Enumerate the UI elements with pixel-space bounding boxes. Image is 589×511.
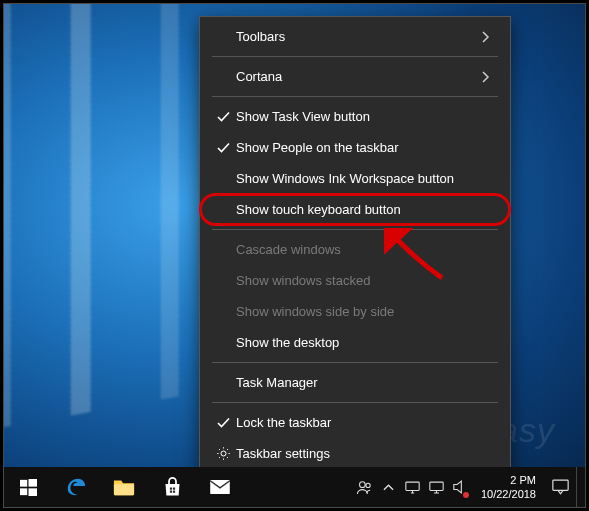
action-center-icon[interactable] [544, 467, 576, 507]
menu-item-stacked: Show windows stacked [200, 265, 510, 296]
menu-label: Show People on the taskbar [236, 140, 496, 155]
menu-item-show-people[interactable]: Show People on the taskbar [200, 132, 510, 163]
check-icon [210, 111, 236, 123]
menu-item-cascade: Cascade windows [200, 234, 510, 265]
svg-rect-14 [406, 482, 419, 490]
svg-rect-16 [552, 480, 567, 490]
menu-separator [212, 56, 498, 57]
taskbar-app-mail[interactable] [196, 467, 244, 507]
svg-rect-2 [20, 479, 27, 486]
menu-separator [212, 96, 498, 97]
system-tray: 2 PM 10/22/2018 [353, 467, 585, 507]
menu-label: Show Windows Ink Workspace button [236, 171, 496, 186]
clock-date: 10/22/2018 [481, 487, 536, 501]
show-desktop-button[interactable] [576, 467, 583, 507]
menu-label: Toolbars [236, 29, 482, 44]
start-button[interactable] [4, 467, 52, 507]
taskbar-clock[interactable]: 2 PM 10/22/2018 [473, 473, 544, 501]
menu-item-task-manager[interactable]: Task Manager [200, 367, 510, 398]
store-icon [162, 477, 183, 498]
menu-item-cortana[interactable]: Cortana [200, 61, 510, 92]
menu-separator [212, 402, 498, 403]
check-icon [210, 142, 236, 154]
tray-chevron-up-icon[interactable] [377, 467, 401, 507]
taskbar-context-menu: Toolbars Cortana Show Task View button [199, 16, 511, 474]
svg-rect-7 [169, 487, 171, 489]
chevron-right-icon [482, 31, 496, 43]
taskbar-app-store[interactable] [148, 467, 196, 507]
menu-label: Lock the taskbar [236, 415, 496, 430]
menu-item-taskbar-settings[interactable]: Taskbar settings [200, 438, 510, 469]
tray-vm-icon[interactable] [401, 467, 425, 507]
edge-icon [65, 476, 87, 498]
menu-label: Show windows stacked [236, 273, 496, 288]
gear-icon [210, 446, 236, 461]
svg-point-13 [366, 483, 370, 487]
menu-label: Show Task View button [236, 109, 496, 124]
svg-rect-4 [20, 488, 27, 495]
svg-rect-6 [114, 484, 134, 495]
clock-time: 2 PM [481, 473, 536, 487]
menu-separator [212, 362, 498, 363]
svg-point-12 [360, 481, 366, 487]
menu-label: Show touch keyboard button [236, 202, 496, 217]
people-icon[interactable] [353, 467, 377, 507]
chevron-right-icon [482, 71, 496, 83]
svg-rect-11 [210, 480, 230, 494]
menu-label: Taskbar settings [236, 446, 496, 461]
check-icon [210, 417, 236, 429]
taskbar: 2 PM 10/22/2018 [4, 467, 585, 507]
menu-label: Cortana [236, 69, 482, 84]
menu-label: Show the desktop [236, 335, 496, 350]
menu-item-show-desktop[interactable]: Show the desktop [200, 327, 510, 358]
svg-rect-8 [172, 487, 174, 489]
windows-icon [20, 479, 37, 496]
menu-separator [212, 229, 498, 230]
folder-icon [113, 477, 135, 497]
menu-item-show-touch-keyboard[interactable]: Show touch keyboard button [200, 194, 510, 225]
menu-label: Cascade windows [236, 242, 496, 257]
menu-item-show-task-view[interactable]: Show Task View button [200, 101, 510, 132]
volume-muted-indicator [463, 492, 469, 498]
taskbar-app-explorer[interactable] [100, 467, 148, 507]
menu-label: Task Manager [236, 375, 496, 390]
svg-rect-3 [28, 479, 37, 487]
taskbar-app-edge[interactable] [52, 467, 100, 507]
svg-rect-15 [430, 482, 443, 490]
menu-item-toolbars[interactable]: Toolbars [200, 21, 510, 52]
menu-label: Show windows side by side [236, 304, 496, 319]
svg-rect-10 [172, 490, 174, 492]
network-icon[interactable] [425, 467, 449, 507]
volume-icon[interactable] [449, 467, 473, 507]
menu-item-side-by-side: Show windows side by side [200, 296, 510, 327]
svg-rect-9 [169, 490, 171, 492]
svg-rect-5 [28, 488, 37, 496]
menu-item-lock-taskbar[interactable]: Lock the taskbar [200, 407, 510, 438]
menu-item-show-ink[interactable]: Show Windows Ink Workspace button [200, 163, 510, 194]
mail-icon [209, 479, 231, 495]
